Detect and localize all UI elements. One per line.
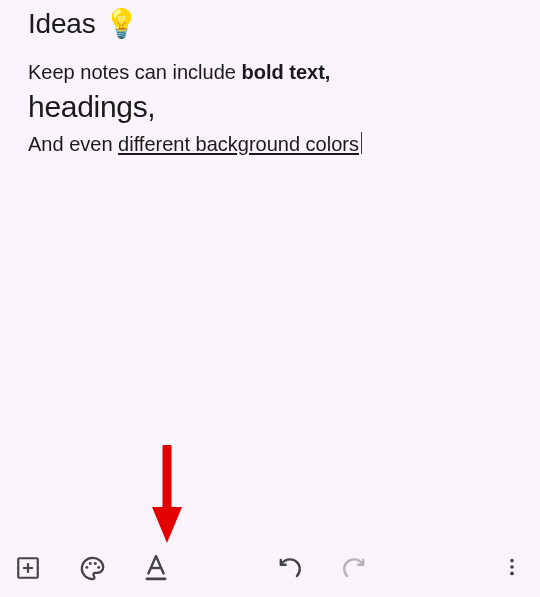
toolbar-right-group [498,554,526,582]
note-title[interactable]: Ideas 💡 [28,8,138,40]
redo-icon [341,555,367,581]
note-line-1: Keep notes can include bold text, [28,58,512,86]
add-box-icon [15,555,41,581]
note-content: Ideas 💡 Keep notes can include bold text… [0,0,540,158]
svg-point-13 [510,571,514,575]
text-format-icon [145,555,167,581]
bottom-toolbar [0,539,540,597]
add-box-button[interactable] [14,554,42,582]
note-title-text: Ideas [28,8,96,40]
svg-point-8 [97,565,100,568]
note-line1-bold: bold text, [242,61,331,83]
note-heading-line: headings, [28,88,512,126]
more-vert-icon [501,556,523,581]
svg-point-11 [510,558,514,562]
svg-point-12 [510,565,514,569]
text-cursor [361,132,363,154]
redo-button[interactable] [340,554,368,582]
palette-icon [79,555,106,582]
undo-button[interactable] [276,554,304,582]
text-format-button[interactable] [142,554,170,582]
note-line-3: And even different background colors [28,130,512,158]
overflow-menu-button[interactable] [498,554,526,582]
palette-button[interactable] [78,554,106,582]
svg-point-7 [93,561,96,564]
note-line1-prefix: Keep notes can include [28,61,242,83]
svg-point-6 [88,561,91,564]
svg-point-5 [85,565,88,568]
note-line3-underlined: different background colors [118,133,359,155]
svg-marker-1 [152,507,182,543]
toolbar-left-group [14,554,368,582]
note-line3-prefix: And even [28,133,118,155]
note-body[interactable]: Keep notes can include bold text, headin… [28,58,512,158]
lightbulb-icon: 💡 [104,10,139,38]
undo-icon [277,555,303,581]
red-arrow-annotation [148,445,186,549]
